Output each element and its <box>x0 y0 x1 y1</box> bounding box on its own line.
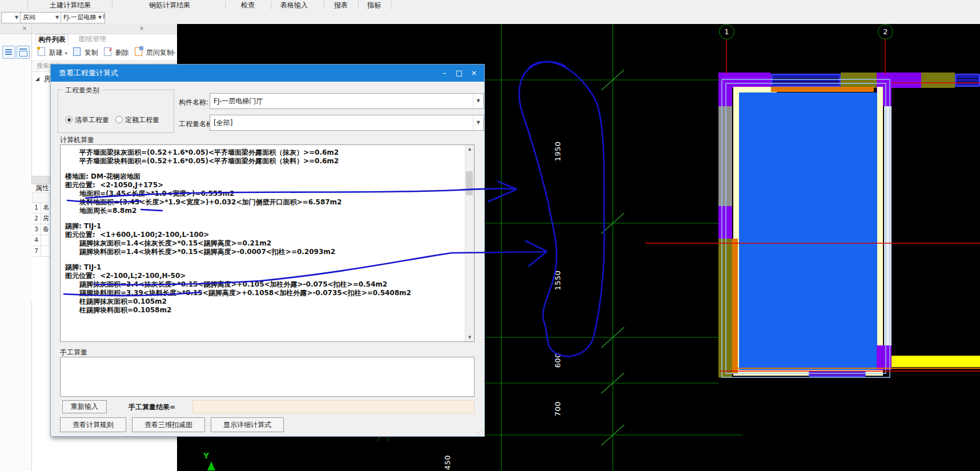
resize-grip-icon[interactable]: ⋰ <box>477 429 482 436</box>
window-symbol <box>955 74 980 87</box>
menu-separator <box>27 1 28 9</box>
element-combo[interactable]: FJ-一层电梯门厅 ▼ <box>61 12 105 23</box>
dimension-label: 450 <box>444 450 452 471</box>
row-value: 房 <box>41 215 49 222</box>
menu-separator <box>112 1 113 9</box>
close-icon[interactable]: × <box>21 25 28 32</box>
menu-separator <box>358 1 359 9</box>
chevron-down-icon: ▼ <box>473 94 483 108</box>
close-icon[interactable]: × <box>138 25 145 32</box>
tab-drawing-manager[interactable]: 图纸管理 <box>77 34 109 44</box>
row-value: 名 <box>41 204 49 211</box>
radio-list-quantity[interactable]: 清单工程量 <box>65 115 109 125</box>
menu-separator <box>391 1 391 9</box>
radio-selected-icon <box>65 116 73 123</box>
calc-line: 踢脚: TIJ-1 <box>61 222 465 231</box>
room-type-combo[interactable]: 房间 ▼ <box>20 12 62 23</box>
window-symbol <box>809 371 866 377</box>
chevron-down-icon: ▼ <box>13 13 20 23</box>
vertical-scrollbar[interactable]: ▲ ▼ <box>465 145 474 341</box>
row-value <box>41 247 43 255</box>
manual-quantity-textarea[interactable] <box>60 357 475 397</box>
layer-copy-icon <box>135 47 142 56</box>
radio-quota-quantity[interactable]: 定额工程量 <box>115 115 159 125</box>
delete-button[interactable]: ✗ 删除 <box>104 46 129 59</box>
chevron-down-icon: ▼ <box>473 115 483 130</box>
panel-view-icon[interactable] <box>17 46 30 59</box>
y-axis-arrow-icon <box>207 461 215 470</box>
empty-combo[interactable]: ▼ <box>1 12 22 23</box>
new-document-icon <box>38 47 45 56</box>
dimension-label: 600 <box>554 348 562 373</box>
dialog-title-bar[interactable]: 查看工程量计算式 – □ × <box>51 65 484 82</box>
quantity-name-combo[interactable]: [全部] ▼ <box>210 115 484 131</box>
view-3d-deduction-button[interactable]: 查看三维扣减图 <box>132 417 205 432</box>
quantity-formula-dialog[interactable]: 查看工程量计算式 – □ × 工程量类别 清单工程量 定额工程量 构件名称: F… <box>50 64 485 437</box>
calc-line: 踢脚抹灰面积=3.4<抹灰长度>*0.15<踢脚高度>+0.105<加柱外露>-… <box>61 280 465 289</box>
calc-line: 踢脚块料面积=1.4<块料长度>*0.15<踢脚高度>-0.0007<扣柱>=0… <box>61 248 465 256</box>
wall-segment <box>921 73 955 88</box>
manual-quantity-label: 手工算量 <box>60 348 87 357</box>
menu-item-table-input[interactable]: 表格输入 <box>280 1 308 10</box>
radio-label: 定额工程量 <box>125 116 159 124</box>
wall-segment <box>718 239 732 377</box>
calc-line: 平齐墙面梁抹灰面积=(0.52+1.6*0.05)<平齐墙面梁外露面积（抹灰）>… <box>61 148 465 157</box>
dialog-title: 查看工程量计算式 <box>51 69 118 77</box>
menu-item-indicator[interactable]: 指标 <box>367 1 381 10</box>
close-icon[interactable]: × <box>467 67 481 79</box>
scrollbar-thumb[interactable] <box>466 171 473 195</box>
menu-item-rebar-results[interactable]: 钢筋计算结果 <box>149 1 190 10</box>
maximize-icon[interactable]: □ <box>452 67 466 79</box>
dimension-label: 700 <box>554 396 562 421</box>
calc-line: 图元位置: <2-1050,J+175> <box>61 181 465 190</box>
new-button-label: 新建 <box>49 49 63 57</box>
layer-copy-button[interactable]: 层间复制 <box>135 46 174 59</box>
view-calc-rules-button[interactable]: 查看计算规则 <box>60 417 126 432</box>
delete-icon: ✗ <box>104 47 111 56</box>
calc-line: 平齐墙面梁块料面积=(0.52+1.6*0.05)<平齐墙面梁外露面积（块料）>… <box>61 157 465 166</box>
menu-item-check[interactable]: 检查 <box>241 1 255 10</box>
calc-line <box>61 215 465 222</box>
yellow-wall-strip <box>891 356 980 367</box>
minimize-icon[interactable]: – <box>437 67 451 79</box>
list-view-icon[interactable] <box>2 46 15 59</box>
show-detail-formula-button[interactable]: 显示详细计算式 <box>211 417 284 432</box>
trim <box>733 87 777 92</box>
calc-line: 柱踢脚抹灰面积=0.105m2 <box>61 297 465 306</box>
chevron-down-icon: ▾ <box>65 51 67 56</box>
chevron-down-icon: ▼ <box>97 13 103 23</box>
copy-button[interactable]: 复制 <box>73 46 98 59</box>
wall-segment <box>718 206 732 239</box>
calc-line: 图元位置: <1+600,L-100;2-100,L-100> <box>61 231 465 239</box>
manual-result-field[interactable] <box>192 400 475 413</box>
calc-line: 踢脚: TIJ-1 <box>61 263 465 272</box>
new-button[interactable]: 新建 ▾ <box>38 46 67 59</box>
quantity-name-value: [全部] <box>214 119 232 127</box>
wall-segment <box>884 106 891 345</box>
computer-quantity-label: 计算机算量 <box>60 135 94 145</box>
reinput-button[interactable]: 重新输入 <box>62 400 107 413</box>
wall-segment <box>732 73 771 88</box>
row-value: 备 <box>41 226 49 233</box>
row-number: 2 <box>32 213 41 224</box>
overflow-icon[interactable]: » <box>171 46 175 59</box>
component-name-combo[interactable]: FJ-一层电梯门厅 ▼ <box>210 93 484 109</box>
orange-trim <box>732 239 738 374</box>
calc-line: 柱踢脚块料面积=0.1058m2 <box>61 306 465 315</box>
tab-properties[interactable]: 属性 <box>35 183 49 192</box>
tab-component-list[interactable]: 构件列表 <box>35 34 69 45</box>
row-number: 7 <box>32 245 41 256</box>
axis-bubble-2: 2 <box>878 24 893 39</box>
menu-item-civil-results[interactable]: 土建计算结果 <box>50 1 91 10</box>
wall-segment <box>841 73 877 88</box>
menu-separator <box>271 1 271 9</box>
wall-segment <box>718 73 732 106</box>
computer-quantity-textarea[interactable]: 平齐墙面梁抹灰面积=(0.52+1.6*0.05)<平齐墙面梁外露面积（抹灰）>… <box>60 144 475 342</box>
calc-line <box>61 256 465 263</box>
scroll-down-icon[interactable]: ▼ <box>465 333 474 341</box>
menu-item-report[interactable]: 报表 <box>334 1 348 10</box>
radio-icon <box>115 116 123 123</box>
scroll-up-icon[interactable]: ▲ <box>465 145 474 153</box>
selected-room-fill[interactable] <box>739 92 877 370</box>
tree-item-room[interactable]: 房 <box>35 74 51 83</box>
